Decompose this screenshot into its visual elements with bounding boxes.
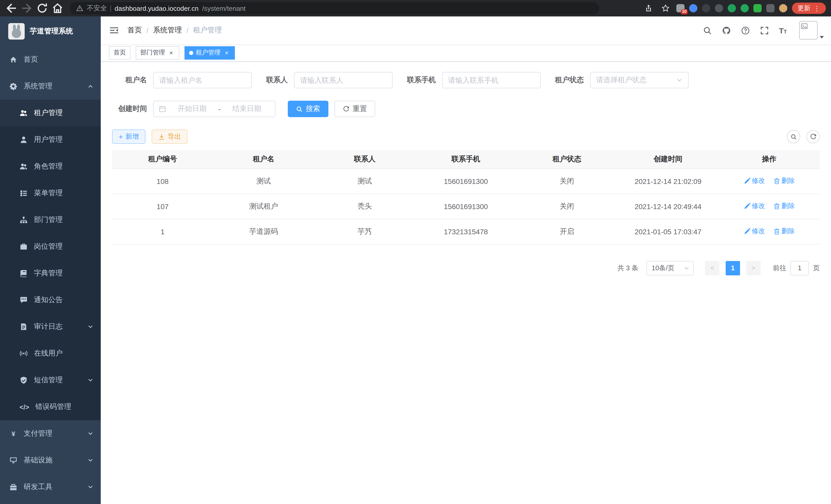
tenant-table: 租户编号 租户名 联系人 联系手机 租户状态 创建时间 操作 108 测试	[112, 150, 820, 244]
prev-page-button[interactable]: <	[705, 261, 719, 275]
sidebar-item-error-codes[interactable]: </> 错误码管理	[0, 393, 101, 420]
tenants-icon	[20, 109, 28, 117]
user-avatar[interactable]	[799, 21, 818, 39]
edit-link[interactable]: 修改	[743, 202, 765, 211]
close-icon[interactable]: ×	[168, 49, 175, 56]
font-size-icon[interactable]: TT	[779, 26, 787, 34]
sidebar-item-infrastructure[interactable]: 基础设施	[0, 447, 101, 474]
sidebar-item-label: 支付管理	[24, 429, 52, 438]
sidebar-item-label: 租户管理	[34, 109, 63, 118]
help-icon[interactable]	[741, 26, 749, 35]
breadcrumb-system[interactable]: 系统管理	[153, 26, 182, 35]
tab-department[interactable]: 部门管理 ×	[136, 46, 179, 59]
extension-puzzle-icon[interactable]	[766, 4, 774, 12]
kebab-menu-icon[interactable]: ⋮	[813, 4, 820, 12]
sidebar-item-notices[interactable]: 通知公告	[0, 287, 101, 314]
github-icon[interactable]	[722, 26, 730, 35]
sidebar-item-users[interactable]: 用户管理	[0, 126, 101, 153]
share-icon[interactable]	[642, 2, 655, 14]
sidebar-item-system[interactable]: 系统管理	[0, 73, 101, 100]
pencil-icon	[743, 228, 750, 235]
col-contact: 联系人	[314, 150, 415, 169]
breadcrumb-separator: /	[187, 26, 189, 34]
sidebar-item-departments[interactable]: 部门管理	[0, 207, 101, 233]
sidebar-item-roles[interactable]: 角色管理	[0, 153, 101, 180]
sidebar-item-sms[interactable]: 短信管理	[0, 367, 101, 393]
sidebar-item-payment[interactable]: ¥ 支付管理	[0, 420, 101, 447]
header-search-icon[interactable]	[703, 26, 712, 35]
extension-icon-2[interactable]	[689, 4, 697, 12]
refresh-table-icon[interactable]	[806, 130, 820, 143]
profile-avatar-icon[interactable]	[779, 4, 787, 12]
trash-icon	[773, 228, 780, 235]
reset-button[interactable]: 重置	[335, 101, 375, 117]
sidebar-item-home[interactable]: 首页	[0, 46, 101, 73]
extension-icon-5[interactable]	[728, 4, 736, 12]
sidebar-item-tenant[interactable]: 租户管理	[0, 100, 101, 126]
url-bar[interactable]: 不安全 dashboard.yudao.iocoder.cn/system/te…	[70, 2, 599, 14]
cell-tenant-id: 108	[112, 169, 213, 194]
monitor-icon	[9, 456, 18, 465]
extension-icon-4[interactable]	[715, 4, 723, 12]
fullscreen-icon[interactable]	[760, 26, 769, 35]
tenant-name-input-wrap	[153, 72, 252, 88]
browser-forward-icon[interactable]	[21, 2, 33, 14]
chevron-down-icon	[87, 431, 93, 437]
browser-refresh-icon[interactable]	[36, 2, 48, 14]
edit-link[interactable]: 修改	[743, 176, 765, 186]
edit-link[interactable]: 修改	[743, 227, 765, 236]
extension-icon-6[interactable]	[741, 4, 749, 12]
delete-link[interactable]: 删除	[773, 176, 795, 186]
navbar-actions: TT	[703, 21, 823, 39]
cell-contact: 秃头	[314, 194, 415, 219]
sidebar-item-menus[interactable]: 菜单管理	[0, 180, 101, 207]
update-label: 更新	[798, 4, 810, 12]
bookmark-star-icon[interactable]	[659, 2, 672, 14]
page-number-1[interactable]: 1	[726, 261, 740, 275]
goto-page-input[interactable]	[791, 261, 809, 275]
sidebar-item-audit-log[interactable]: 审计日志	[0, 314, 101, 340]
extension-icon-7[interactable]	[753, 4, 762, 12]
browser-home-icon[interactable]	[51, 2, 64, 14]
hamburger-icon[interactable]	[109, 25, 119, 35]
sidebar-item-dictionary[interactable]: 字典管理	[0, 260, 101, 287]
contact-input[interactable]	[300, 76, 386, 84]
sidebar-item-posts[interactable]: 岗位管理	[0, 233, 101, 260]
close-icon[interactable]: ×	[223, 49, 230, 56]
sidebar-item-online-users[interactable]: 在线用户	[0, 340, 101, 367]
table-row: 1 芋道源码 芋艿 17321315478 开启 2021-01-05 17:0…	[112, 219, 820, 244]
date-range-picker[interactable]: 开始日期 - 结束日期	[153, 101, 276, 117]
chrome-update-button[interactable]: 更新 ⋮	[792, 3, 826, 14]
url-host: dashboard.yudao.iocoder.cn	[115, 4, 199, 12]
tags-view-bar: 首页 部门管理 × 租户管理 ×	[101, 44, 831, 62]
add-button[interactable]: + 新增	[112, 129, 145, 144]
chevron-up-icon	[87, 83, 93, 89]
active-tab-dot	[189, 51, 193, 55]
browser-back-icon[interactable]	[5, 2, 18, 14]
tab-tenant[interactable]: 租户管理 ×	[184, 46, 235, 59]
breadcrumb-home[interactable]: 首页	[127, 26, 142, 35]
sidebar-item-dev-tools[interactable]: 研发工具	[0, 474, 101, 500]
filter-label: 联系手机	[407, 76, 436, 85]
export-button[interactable]: 导出	[152, 129, 188, 144]
delete-link[interactable]: 删除	[773, 202, 795, 211]
search-button[interactable]: 搜索	[288, 101, 328, 117]
tab-home[interactable]: 首页	[109, 46, 131, 59]
app-frame: 芋道管理系统 首页 系统管理	[0, 17, 831, 504]
status-select[interactable]: 请选择租户状态	[590, 72, 689, 88]
next-page-button[interactable]: >	[746, 261, 761, 275]
total-count: 共 3 条	[618, 263, 638, 272]
extension-icon-3[interactable]	[702, 4, 710, 12]
toggle-search-icon[interactable]	[787, 130, 800, 143]
sidebar: 芋道管理系统 首页 系统管理	[0, 17, 101, 504]
page-size-select[interactable]: 10条/页	[647, 261, 694, 275]
extension-icon-1[interactable]: 10	[676, 4, 685, 12]
calendar-icon	[159, 105, 166, 113]
sidebar-logo[interactable]: 芋道管理系统	[0, 17, 101, 46]
cell-tenant-id: 1	[112, 219, 213, 244]
tenant-name-input[interactable]	[159, 76, 246, 84]
mobile-input[interactable]	[448, 76, 535, 84]
chevron-down-icon	[87, 324, 93, 330]
sidebar-item-label: 短信管理	[34, 376, 63, 385]
delete-link[interactable]: 删除	[773, 227, 795, 236]
